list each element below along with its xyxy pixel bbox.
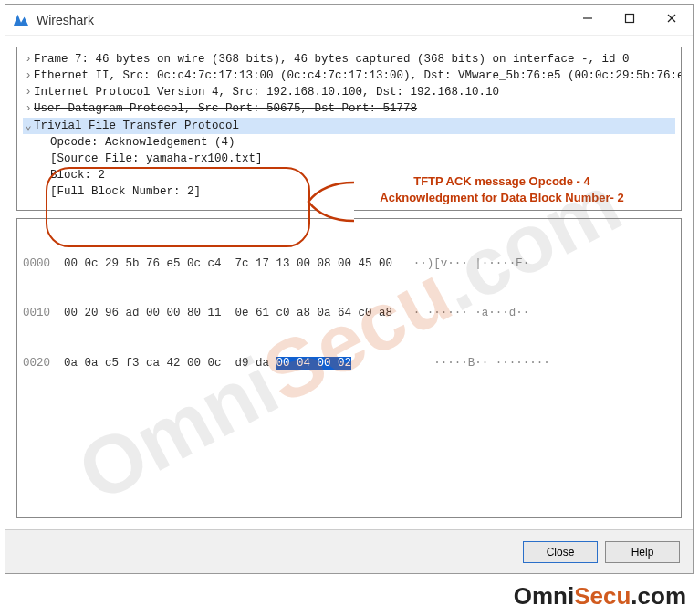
packet-detail-pane[interactable]: ›Frame 7: 46 bytes on wire (368 bits), 4… — [16, 47, 682, 211]
expand-icon[interactable]: › — [23, 51, 34, 68]
detail-row-selected[interactable]: ⌄Trivial File Transfer Protocol — [23, 118, 675, 134]
hex-line: 0020 0a 0a c5 f3 ca 42 00 0c d9 da 00 04… — [23, 355, 675, 371]
dialog-footer: Close Help — [5, 529, 693, 573]
hex-line: 0010 00 20 96 ad 00 00 80 11 0e 61 c0 a8… — [23, 305, 675, 321]
window-controls — [567, 5, 693, 32]
titlebar: Wireshark — [5, 5, 693, 36]
expand-icon[interactable]: › — [23, 100, 34, 117]
detail-row[interactable]: Opcode: Acknowledgement (4) — [23, 134, 675, 151]
detail-text: [Full Block Number: 2] — [50, 185, 201, 198]
help-button[interactable]: Help — [605, 541, 680, 563]
svg-rect-1 — [626, 15, 634, 23]
collapse-icon[interactable]: ⌄ — [23, 118, 34, 134]
detail-row[interactable]: [Source File: yamaha-rx100.txt] — [23, 151, 675, 167]
window-title: Wireshark — [37, 13, 94, 27]
hex-dump-pane[interactable]: 0000 00 0c 29 5b 76 e5 0c c4 7c 17 13 00… — [16, 218, 682, 518]
expand-icon[interactable]: › — [23, 68, 34, 84]
hex-selection: 00 04 00 02 — [276, 357, 352, 370]
site-credit: OmniSecu.com — [514, 582, 686, 611]
hex-line: 0000 00 0c 29 5b 76 e5 0c c4 7c 17 13 00… — [23, 256, 675, 272]
close-button[interactable]: Close — [523, 541, 598, 563]
detail-row[interactable]: ›Frame 7: 46 bytes on wire (368 bits), 4… — [23, 51, 675, 68]
detail-text: [Source File: yamaha-rx100.txt] — [50, 152, 263, 165]
detail-row[interactable]: Block: 2 — [23, 167, 675, 183]
expand-icon[interactable]: › — [23, 84, 34, 100]
detail-text: Opcode: Acknowledgement (4) — [50, 136, 235, 149]
close-window-button[interactable] — [651, 5, 693, 32]
detail-text: Frame 7: 46 bytes on wire (368 bits), 46… — [34, 53, 630, 66]
detail-row[interactable]: [Full Block Number: 2] — [23, 183, 675, 200]
detail-text: Trivial File Transfer Protocol — [34, 120, 239, 132]
wireshark-logo-icon — [13, 12, 29, 28]
content-area: ›Frame 7: 46 bytes on wire (368 bits), 4… — [5, 36, 693, 529]
minimize-button[interactable] — [567, 5, 609, 32]
maximize-button[interactable] — [609, 5, 651, 32]
detail-text: Internet Protocol Version 4, Src: 192.16… — [34, 86, 499, 99]
detail-row[interactable]: ›Internet Protocol Version 4, Src: 192.1… — [23, 84, 675, 100]
wireshark-window: Wireshark ›Frame 7: 46 bytes on wire (36… — [5, 4, 694, 574]
detail-text: Block: 2 — [50, 169, 105, 182]
detail-text: User Datagram Protocol, Src Port: 50675,… — [34, 102, 417, 115]
detail-text: Ethernet II, Src: 0c:c4:7c:17:13:00 (0c:… — [34, 69, 682, 82]
detail-row[interactable]: ›User Datagram Protocol, Src Port: 50675… — [23, 100, 675, 117]
detail-row[interactable]: ›Ethernet II, Src: 0c:c4:7c:17:13:00 (0c… — [23, 68, 675, 84]
